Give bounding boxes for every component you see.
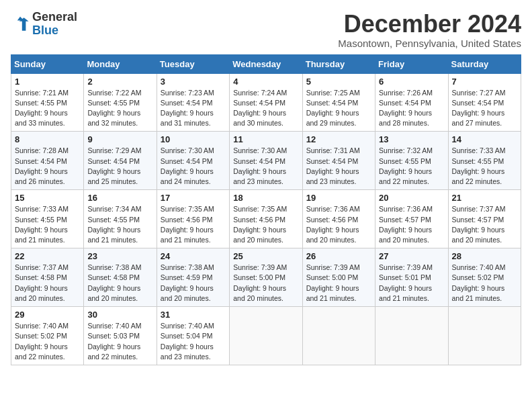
calendar-body: 1 Sunrise: 7:21 AMSunset: 4:55 PMDayligh… xyxy=(11,73,521,365)
day-info: Sunrise: 7:32 AMSunset: 4:55 PMDaylight:… xyxy=(379,146,433,185)
day-number: 17 xyxy=(161,193,226,203)
table-cell: 17 Sunrise: 7:35 AMSunset: 4:56 PMDaylig… xyxy=(157,190,229,248)
day-info: Sunrise: 7:25 AMSunset: 4:54 PMDaylight:… xyxy=(306,89,360,128)
logo-icon xyxy=(11,15,30,34)
day-info: Sunrise: 7:35 AMSunset: 4:56 PMDaylight:… xyxy=(233,205,287,244)
table-cell xyxy=(448,307,521,365)
day-number: 9 xyxy=(87,134,152,144)
table-cell: 15 Sunrise: 7:33 AMSunset: 4:55 PMDaylig… xyxy=(11,190,84,248)
table-cell: 23 Sunrise: 7:38 AMSunset: 4:58 PMDaylig… xyxy=(84,248,157,307)
header: General Blue December 2024 Masontown, Pe… xyxy=(11,11,521,49)
day-info: Sunrise: 7:36 AMSunset: 4:57 PMDaylight:… xyxy=(379,205,433,244)
day-number: 29 xyxy=(15,310,80,320)
day-info: Sunrise: 7:30 AMSunset: 4:54 PMDaylight:… xyxy=(161,146,214,185)
day-number: 30 xyxy=(87,310,152,320)
col-wednesday: Wednesday xyxy=(230,54,302,73)
table-cell: 24 Sunrise: 7:38 AMSunset: 4:59 PMDaylig… xyxy=(157,248,229,307)
col-thursday: Thursday xyxy=(302,54,375,73)
table-cell: 22 Sunrise: 7:37 AMSunset: 4:58 PMDaylig… xyxy=(11,248,84,307)
table-cell: 13 Sunrise: 7:32 AMSunset: 4:55 PMDaylig… xyxy=(375,132,448,190)
table-cell: 25 Sunrise: 7:39 AMSunset: 5:00 PMDaylig… xyxy=(230,248,302,307)
table-cell: 5 Sunrise: 7:25 AMSunset: 4:54 PMDayligh… xyxy=(302,73,375,132)
day-number: 7 xyxy=(452,77,517,87)
day-number: 1 xyxy=(15,77,80,87)
day-number: 25 xyxy=(233,251,298,261)
day-number: 31 xyxy=(161,310,226,320)
day-info: Sunrise: 7:39 AMSunset: 5:01 PMDaylight:… xyxy=(379,263,433,302)
day-number: 23 xyxy=(87,251,152,261)
day-info: Sunrise: 7:37 AMSunset: 4:58 PMDaylight:… xyxy=(15,263,69,302)
day-info: Sunrise: 7:22 AMSunset: 4:55 PMDaylight:… xyxy=(87,89,141,128)
day-number: 4 xyxy=(233,77,298,87)
day-info: Sunrise: 7:33 AMSunset: 4:55 PMDaylight:… xyxy=(452,146,506,185)
day-info: Sunrise: 7:40 AMSunset: 5:04 PMDaylight:… xyxy=(161,322,214,361)
day-number: 8 xyxy=(15,134,80,144)
day-number: 10 xyxy=(161,134,226,144)
col-sunday: Sunday xyxy=(11,54,84,73)
day-info: Sunrise: 7:40 AMSunset: 5:02 PMDaylight:… xyxy=(15,322,69,361)
table-cell: 8 Sunrise: 7:28 AMSunset: 4:54 PMDayligh… xyxy=(11,132,84,190)
table-cell: 31 Sunrise: 7:40 AMSunset: 5:04 PMDaylig… xyxy=(157,307,229,365)
day-number: 19 xyxy=(306,193,371,203)
day-info: Sunrise: 7:24 AMSunset: 4:54 PMDaylight:… xyxy=(233,89,287,128)
table-cell xyxy=(230,307,302,365)
calendar-header: Sunday Monday Tuesday Wednesday Thursday… xyxy=(11,54,521,73)
day-number: 28 xyxy=(452,251,517,261)
table-cell xyxy=(302,307,375,365)
table-cell: 21 Sunrise: 7:37 AMSunset: 4:57 PMDaylig… xyxy=(448,190,521,248)
day-number: 12 xyxy=(306,134,371,144)
day-info: Sunrise: 7:36 AMSunset: 4:56 PMDaylight:… xyxy=(306,205,360,244)
table-cell: 14 Sunrise: 7:33 AMSunset: 4:55 PMDaylig… xyxy=(448,132,521,190)
day-info: Sunrise: 7:40 AMSunset: 5:03 PMDaylight:… xyxy=(87,322,141,361)
table-cell: 26 Sunrise: 7:39 AMSunset: 5:00 PMDaylig… xyxy=(302,248,375,307)
day-info: Sunrise: 7:34 AMSunset: 4:55 PMDaylight:… xyxy=(87,205,141,244)
day-info: Sunrise: 7:40 AMSunset: 5:02 PMDaylight:… xyxy=(452,263,506,302)
calendar-table: Sunday Monday Tuesday Wednesday Thursday… xyxy=(11,54,521,365)
day-number: 11 xyxy=(233,134,298,144)
day-number: 21 xyxy=(452,193,517,203)
day-info: Sunrise: 7:37 AMSunset: 4:57 PMDaylight:… xyxy=(452,205,506,244)
table-cell: 9 Sunrise: 7:29 AMSunset: 4:54 PMDayligh… xyxy=(84,132,157,190)
table-cell: 29 Sunrise: 7:40 AMSunset: 5:02 PMDaylig… xyxy=(11,307,84,365)
table-cell: 27 Sunrise: 7:39 AMSunset: 5:01 PMDaylig… xyxy=(375,248,448,307)
table-cell: 19 Sunrise: 7:36 AMSunset: 4:56 PMDaylig… xyxy=(302,190,375,248)
day-number: 13 xyxy=(379,134,444,144)
table-cell: 11 Sunrise: 7:30 AMSunset: 4:54 PMDaylig… xyxy=(230,132,302,190)
title-area: December 2024 Masontown, Pennsylvania, U… xyxy=(338,11,521,49)
day-info: Sunrise: 7:35 AMSunset: 4:56 PMDaylight:… xyxy=(161,205,214,244)
day-number: 14 xyxy=(452,134,517,144)
subtitle: Masontown, Pennsylvania, United States xyxy=(338,38,521,49)
table-cell: 3 Sunrise: 7:23 AMSunset: 4:54 PMDayligh… xyxy=(157,73,229,132)
day-number: 3 xyxy=(161,77,226,87)
day-info: Sunrise: 7:21 AMSunset: 4:55 PMDaylight:… xyxy=(15,89,69,128)
day-info: Sunrise: 7:23 AMSunset: 4:54 PMDaylight:… xyxy=(161,89,214,128)
day-info: Sunrise: 7:33 AMSunset: 4:55 PMDaylight:… xyxy=(15,205,69,244)
table-cell: 6 Sunrise: 7:26 AMSunset: 4:54 PMDayligh… xyxy=(375,73,448,132)
table-cell: 2 Sunrise: 7:22 AMSunset: 4:55 PMDayligh… xyxy=(84,73,157,132)
day-number: 26 xyxy=(306,251,371,261)
col-saturday: Saturday xyxy=(448,54,521,73)
day-info: Sunrise: 7:27 AMSunset: 4:54 PMDaylight:… xyxy=(452,89,506,128)
table-cell: 10 Sunrise: 7:30 AMSunset: 4:54 PMDaylig… xyxy=(157,132,229,190)
day-number: 5 xyxy=(306,77,371,87)
day-info: Sunrise: 7:28 AMSunset: 4:54 PMDaylight:… xyxy=(15,146,69,185)
day-number: 24 xyxy=(161,251,226,261)
logo: General Blue xyxy=(11,11,77,38)
day-number: 6 xyxy=(379,77,444,87)
day-number: 15 xyxy=(15,193,80,203)
day-number: 16 xyxy=(87,193,152,203)
day-number: 18 xyxy=(233,193,298,203)
main-title: December 2024 xyxy=(338,11,521,38)
day-number: 27 xyxy=(379,251,444,261)
table-cell: 20 Sunrise: 7:36 AMSunset: 4:57 PMDaylig… xyxy=(375,190,448,248)
day-info: Sunrise: 7:38 AMSunset: 4:58 PMDaylight:… xyxy=(87,263,141,302)
table-cell: 16 Sunrise: 7:34 AMSunset: 4:55 PMDaylig… xyxy=(84,190,157,248)
table-cell: 1 Sunrise: 7:21 AMSunset: 4:55 PMDayligh… xyxy=(11,73,84,132)
day-number: 2 xyxy=(87,77,152,87)
table-cell: 28 Sunrise: 7:40 AMSunset: 5:02 PMDaylig… xyxy=(448,248,521,307)
col-friday: Friday xyxy=(375,54,448,73)
day-info: Sunrise: 7:30 AMSunset: 4:54 PMDaylight:… xyxy=(233,146,287,185)
day-number: 20 xyxy=(379,193,444,203)
col-monday: Monday xyxy=(84,54,157,73)
table-cell xyxy=(375,307,448,365)
